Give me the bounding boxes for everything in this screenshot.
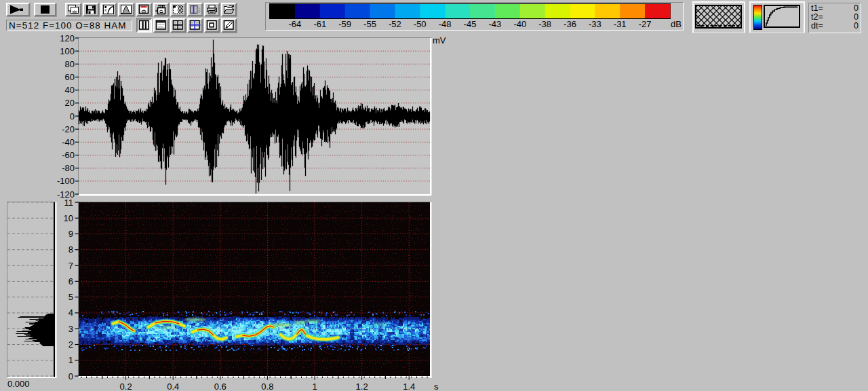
svg-text:0.8: 0.8 (261, 381, 273, 391)
svg-text:-31: -31 (614, 19, 627, 29)
svg-text:11: 11 (64, 198, 74, 208)
svg-text:mV: mV (433, 35, 446, 45)
svg-text:9: 9 (68, 229, 73, 239)
svg-text:-55: -55 (363, 19, 376, 29)
svg-text:-50: -50 (414, 19, 427, 29)
svg-text:0.000: 0.000 (7, 379, 30, 389)
svg-text:-64: -64 (289, 19, 302, 29)
svg-text:dB: dB (671, 19, 682, 29)
svg-text:0.4: 0.4 (167, 381, 179, 391)
svg-text:-20: -20 (62, 124, 75, 134)
svg-text:10: 10 (64, 213, 73, 223)
svg-text:2: 2 (68, 339, 73, 350)
svg-text:120: 120 (60, 33, 75, 43)
svg-text:80: 80 (65, 59, 75, 69)
svg-text:-40: -40 (62, 137, 75, 147)
svg-text:-36: -36 (564, 19, 576, 29)
svg-text:60: 60 (65, 72, 75, 82)
svg-text:-45: -45 (464, 19, 477, 29)
svg-text:1: 1 (68, 355, 73, 365)
svg-text:1.4: 1.4 (403, 381, 415, 391)
svg-text:-80: -80 (62, 163, 75, 173)
svg-text:4: 4 (68, 308, 73, 318)
svg-text:s: s (434, 381, 439, 391)
svg-text:-100: -100 (57, 176, 75, 186)
svg-text:20: 20 (65, 98, 75, 108)
svg-text:0: 0 (68, 371, 73, 381)
svg-text:-52: -52 (389, 19, 401, 29)
svg-text:0.2: 0.2 (120, 381, 132, 391)
svg-text:-38: -38 (538, 19, 551, 29)
svg-text:0: 0 (70, 111, 75, 122)
svg-text:-48: -48 (439, 19, 452, 29)
svg-text:-59: -59 (338, 19, 351, 29)
svg-text:100: 100 (60, 46, 75, 56)
svg-text:-61: -61 (313, 19, 326, 29)
svg-text:-27: -27 (639, 19, 652, 29)
svg-text:-33: -33 (589, 19, 601, 29)
svg-text:40: 40 (65, 85, 75, 95)
svg-text:3: 3 (68, 324, 73, 334)
svg-text:6: 6 (68, 276, 73, 286)
svg-text:-60: -60 (62, 150, 75, 160)
svg-text:5: 5 (68, 292, 73, 302)
svg-text:-43: -43 (489, 19, 502, 29)
svg-text:1: 1 (312, 381, 317, 391)
svg-text:8: 8 (68, 244, 73, 255)
svg-text:0.6: 0.6 (214, 381, 226, 391)
svg-text:7: 7 (68, 261, 73, 271)
svg-text:-40: -40 (513, 19, 526, 29)
svg-text:1.2: 1.2 (356, 381, 368, 391)
